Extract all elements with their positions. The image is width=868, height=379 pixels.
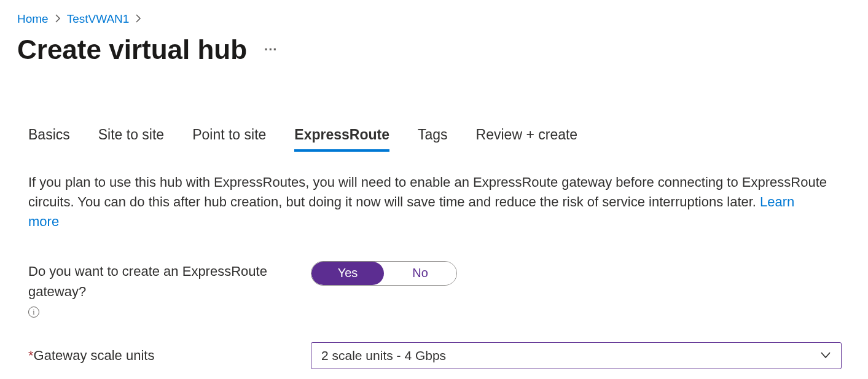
description-text: If you plan to use this hub with Express… [28, 174, 827, 209]
chevron-down-icon [820, 349, 831, 362]
chevron-right-icon [135, 13, 141, 26]
breadcrumb: Home TestVWAN1 [17, 12, 851, 26]
breadcrumb-home[interactable]: Home [17, 12, 49, 26]
tab-description: If you plan to use this hub with Express… [28, 173, 827, 232]
create-gateway-toggle[interactable]: Yes No [311, 261, 457, 286]
tab-review-create[interactable]: Review + create [476, 127, 578, 152]
scale-units-select[interactable]: 2 scale units - 4 Gbps [311, 342, 842, 369]
tab-expressroute[interactable]: ExpressRoute [294, 127, 389, 152]
scale-units-label: *Gateway scale units [28, 345, 311, 365]
tab-basics[interactable]: Basics [28, 127, 70, 152]
scale-units-value: 2 scale units - 4 Gbps [321, 348, 446, 363]
title-row: Create virtual hub ··· [17, 34, 851, 65]
form-row-scale-units: *Gateway scale units 2 scale units - 4 G… [28, 342, 851, 369]
form-row-create-gateway: Do you want to create an ExpressRoute ga… [28, 261, 851, 318]
tabs: Basics Site to site Point to site Expres… [17, 127, 851, 152]
toggle-yes[interactable]: Yes [311, 262, 384, 285]
create-gateway-label: Do you want to create an ExpressRoute ga… [28, 261, 311, 318]
tab-site-to-site[interactable]: Site to site [98, 127, 164, 152]
breadcrumb-vwan[interactable]: TestVWAN1 [67, 12, 130, 26]
toggle-no[interactable]: No [384, 262, 456, 285]
tab-point-to-site[interactable]: Point to site [192, 127, 266, 152]
more-button[interactable]: ··· [264, 42, 277, 58]
page-title: Create virtual hub [17, 34, 247, 65]
tab-tags[interactable]: Tags [418, 127, 448, 152]
chevron-right-icon [55, 13, 61, 26]
info-icon[interactable]: i [28, 307, 39, 318]
